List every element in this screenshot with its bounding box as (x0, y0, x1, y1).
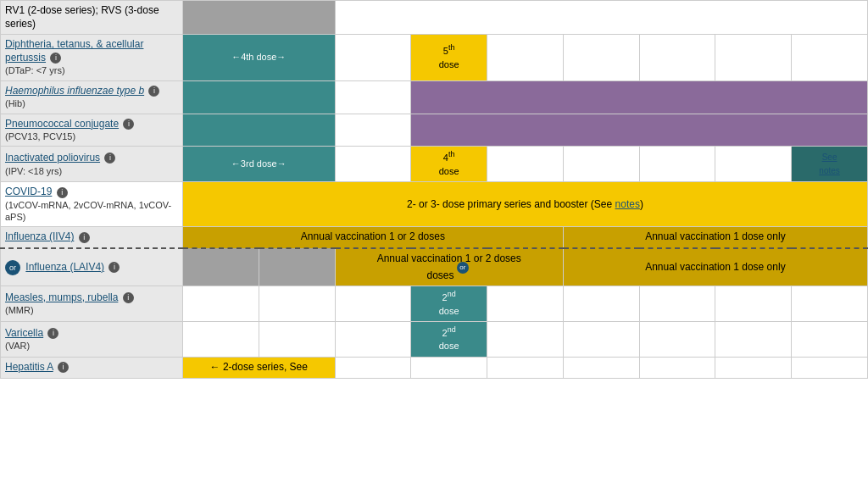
empty-cell (563, 35, 639, 80)
hib-purple (411, 80, 868, 114)
empty-cell (335, 322, 411, 358)
empty-cell (259, 286, 335, 322)
info-icon[interactable]: i (50, 53, 61, 64)
hepa-dose-cell: ← 2-dose series, See (183, 357, 336, 378)
empty-cell (487, 147, 564, 182)
dose-label: ←4th dose→ (231, 52, 286, 62)
empty-cell (563, 322, 639, 358)
info-icon[interactable]: i (79, 232, 90, 243)
empty-cell (715, 147, 792, 182)
dose-label: 5thdose (439, 46, 459, 69)
var-2nd-dose: 2nddose (411, 322, 487, 358)
info-icon[interactable]: i (47, 328, 58, 339)
empty-cell (563, 147, 639, 182)
table-row: Inactivated poliovirus i (IPV: <18 yrs) … (1, 147, 868, 182)
info-icon[interactable]: i (123, 119, 134, 130)
vaccine-cell: Inactivated poliovirus i (IPV: <18 yrs) (1, 147, 183, 182)
pcv-sub: (PCV13, PCV15) (5, 130, 178, 142)
table-row: RV1 (2-dose series); RVS (3-dose series) (1, 1, 868, 35)
empty-cell (563, 357, 639, 378)
empty-cell (411, 357, 487, 378)
empty-cell (487, 322, 564, 358)
dtap-4th-dose: ←4th dose→ (183, 35, 336, 80)
vaccine-cell: COVID-19 i (1vCOV-mRNA, 2vCOV-mRNA, 1vCO… (1, 182, 183, 227)
table-row: Measles, mumps, rubella i (MMR) 2nddose (1, 286, 868, 322)
table-row: COVID-19 i (1vCOV-mRNA, 2vCOV-mRNA, 1vCO… (1, 182, 868, 227)
vaccine-cell: Varicella i (VAR) (1, 322, 183, 358)
covid-dose-cell: 2- or 3- dose primary series and booster… (183, 182, 868, 227)
pcv-purple (411, 114, 868, 147)
dtap-link[interactable]: Diphtheria, tetanus, & acellular pertuss… (5, 38, 143, 64)
table-row: Pneumococcal conjugate i (PCV13, PCV15) (1, 114, 868, 147)
empty-cell (639, 35, 715, 80)
table-row: Influenza (IIV4) i Annual vaccination 1 … (1, 227, 868, 248)
info-icon[interactable]: i (123, 292, 134, 303)
empty-cell (792, 35, 868, 80)
dose-label: 2nddose (439, 292, 459, 316)
table-row: or Influenza (LAIV4) i Annual vaccinatio… (1, 248, 868, 286)
pcv-link[interactable]: Pneumococcal conjugate (5, 118, 119, 130)
hib-sub: (Hib) (5, 97, 178, 109)
empty-cell (715, 35, 792, 80)
vaccine-cell: Hepatitis A i (1, 357, 183, 378)
dtap-5th-dose: 5thdose (411, 35, 487, 80)
empty-cell (792, 357, 868, 378)
covid-dose-text: 2- or 3- dose primary series and booster… (407, 198, 643, 210)
laiv4-gray1 (183, 248, 259, 286)
vaccine-cell: Diphtheria, tetanus, & acellular pertuss… (1, 35, 183, 80)
info-icon[interactable]: i (148, 86, 159, 97)
dose-label: ←3rd dose→ (231, 158, 287, 169)
laiv4-left-cell: Annual vaccination 1 or 2 doses doses or (335, 248, 563, 286)
vaccine-name-text: RV1 (2-dose series); RVS (3-dose series) (5, 4, 159, 30)
iiv4-link[interactable]: Influenza (IIV4) (5, 230, 74, 242)
empty-cell (335, 35, 411, 80)
empty-cell (335, 114, 411, 147)
info-icon[interactable]: i (104, 152, 115, 164)
vaccine-cell: Influenza (IIV4) i (1, 227, 183, 248)
ipv-3rd-dose: ←3rd dose→ (183, 147, 336, 182)
empty-cell (335, 286, 411, 322)
vaccine-cell: RV1 (2-dose series); RVS (3-dose series) (1, 1, 183, 35)
empty-cell (639, 357, 715, 378)
empty-cell (639, 286, 715, 322)
empty-cell (183, 286, 259, 322)
empty-cell (715, 357, 792, 378)
or-badge-small: or (457, 262, 469, 274)
notes-link[interactable]: notes (615, 198, 640, 210)
table-row: Varicella i (VAR) 2nddose (1, 322, 868, 358)
empty-cell (792, 286, 868, 322)
ipv-see-notes: Seenotes (792, 147, 868, 182)
iiv4-right-cell: Annual vaccination 1 dose only (563, 227, 867, 248)
dose-label: 4thdose (439, 152, 459, 176)
covid-link[interactable]: COVID-19 (5, 186, 52, 197)
hib-link[interactable]: Haemophilus influenzae type b (5, 85, 144, 97)
empty-cell (183, 322, 259, 358)
hib-teal (183, 80, 336, 114)
laiv4-link[interactable]: Influenza (LAIV4) (25, 261, 104, 273)
empty-cell (487, 286, 564, 322)
hepa-link[interactable]: Hepatitis A (5, 361, 53, 373)
table-row: Haemophilus influenzae type b i (Hib) (1, 80, 868, 114)
table-row: Hepatitis A i ← 2-dose series, See (1, 357, 868, 378)
laiv4-left-text: Annual vaccination 1 or 2 doses (377, 252, 521, 264)
see-notes-text[interactable]: Seenotes (819, 152, 839, 175)
empty-cell (335, 357, 411, 378)
iiv4-left-text: Annual vaccination 1 or 2 doses (301, 230, 445, 242)
empty-cell (792, 322, 868, 358)
mmr-sub: (MMR) (5, 304, 178, 316)
info-icon[interactable]: i (108, 262, 120, 273)
vaccine-cell: Pneumococcal conjugate i (PCV13, PCV15) (1, 114, 183, 147)
info-icon[interactable]: i (58, 362, 69, 373)
or-badge: or (5, 260, 20, 275)
dose-cell (183, 1, 336, 35)
iiv4-right-text: Annual vaccination 1 dose only (645, 230, 785, 242)
info-icon[interactable]: i (57, 187, 68, 198)
empty-cell (715, 286, 792, 322)
ipv-link[interactable]: Inactivated poliovirus (5, 152, 100, 164)
covid-sub: (1vCOV-mRNA, 2vCOV-mRNA, 1vCOV-aPS) (5, 199, 178, 224)
dtap-sub: (DTaP: <7 yrs) (5, 64, 178, 76)
dose-label: 2nddose (439, 328, 459, 352)
mmr-link[interactable]: Measles, mumps, rubella (5, 291, 118, 303)
varicella-link[interactable]: Varicella (5, 327, 43, 339)
empty-cell (259, 322, 335, 358)
